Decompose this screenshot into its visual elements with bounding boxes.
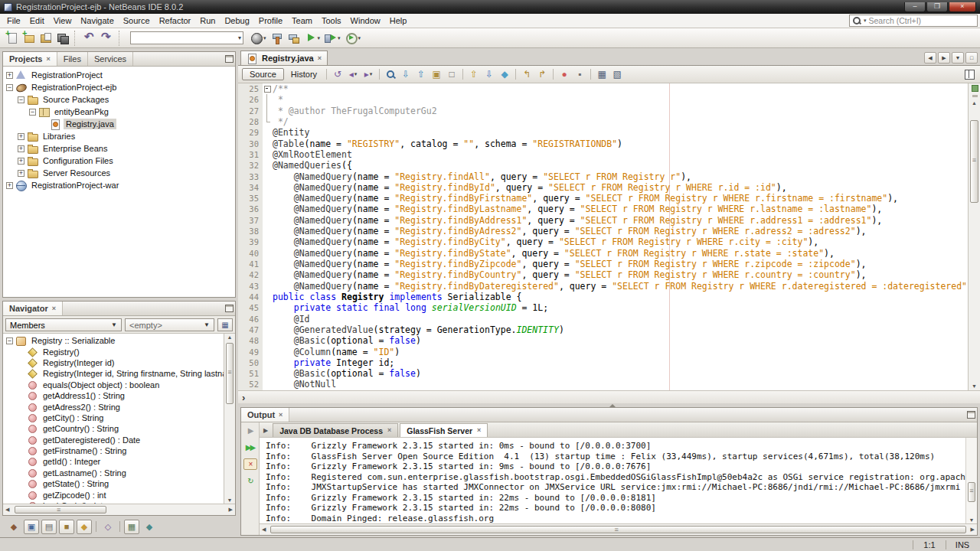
scroll-right-icon[interactable]: ▶ <box>227 504 235 515</box>
expander-icon[interactable]: + <box>18 170 24 177</box>
line-number[interactable]: 37 <box>238 215 263 226</box>
back-icon[interactable]: ◂▾ <box>346 68 360 81</box>
code-line[interactable]: 28 */ <box>238 116 968 127</box>
history-view-button[interactable]: History <box>286 69 322 80</box>
menu-refactor[interactable]: Refactor <box>155 15 196 27</box>
expander-icon[interactable]: + <box>18 158 24 165</box>
minimize-panel-button[interactable] <box>965 408 977 422</box>
expander-icon[interactable]: + <box>18 133 24 140</box>
minimize-panel-button[interactable] <box>223 52 235 66</box>
find-selection-icon[interactable] <box>384 68 397 81</box>
line-number[interactable]: 44 <box>238 292 263 302</box>
document-list-button[interactable]: ▼ <box>952 52 964 64</box>
code-line[interactable]: 29@Entity <box>238 127 968 138</box>
scrollbar-thumb[interactable] <box>968 482 975 502</box>
line-number[interactable]: 28 <box>238 116 263 127</box>
tree-item-getcountry-string[interactable]: getCountry() : String <box>3 423 224 434</box>
menu-view[interactable]: View <box>49 15 77 27</box>
tree-item-registry-[interactable]: Registry() <box>3 346 224 357</box>
code-line[interactable]: 51 @Basic(optional = false) <box>238 368 968 379</box>
new-project-button[interactable] <box>21 30 37 47</box>
line-number[interactable]: 41 <box>238 259 263 269</box>
code-line[interactable]: 31@XmlRootElement <box>238 149 968 160</box>
line-number[interactable]: 45 <box>238 302 263 313</box>
clean-and-build-button[interactable] <box>286 30 302 47</box>
tree-item-registry-serializable[interactable]: −Registry :: Serializable <box>3 335 224 346</box>
line-number[interactable]: 34 <box>238 182 263 193</box>
sort-table-icon[interactable]: ▦ <box>217 318 233 331</box>
expander-icon[interactable]: + <box>6 182 13 189</box>
expand-all-button[interactable]: ◆ <box>142 520 157 534</box>
tree-item-configuration-files[interactable]: +Configuration Files <box>3 155 235 167</box>
line-number[interactable]: 26 <box>238 94 263 105</box>
code-line[interactable]: 33 @NamedQuery(name = "Registry.findAll"… <box>238 171 968 182</box>
scrollbar-thumb[interactable] <box>226 343 234 404</box>
toggle-rectangular-selection-icon[interactable]: □ <box>445 68 459 81</box>
maximize-window-button[interactable]: □ <box>965 52 978 64</box>
output-horizontal-scrollbar[interactable]: ◀ ▶ <box>260 523 977 535</box>
toggle-bookmark-icon[interactable]: ◆ <box>498 68 511 81</box>
line-number[interactable]: 47 <box>238 324 263 335</box>
menu-tools[interactable]: Tools <box>317 15 346 27</box>
build-project-button[interactable] <box>269 30 285 47</box>
line-number[interactable]: 48 <box>238 335 263 346</box>
code-line[interactable]: 52 @NotNull <box>238 379 968 390</box>
debug-project-button[interactable]: ▾ <box>322 30 342 47</box>
show-constructors-filter[interactable]: ■ <box>59 520 74 534</box>
close-icon[interactable]: × <box>52 305 56 312</box>
tree-item-getid-integer[interactable]: getId() : Integer <box>3 456 224 467</box>
source-view-button[interactable]: Source <box>242 68 284 80</box>
line-number[interactable]: 49 <box>238 347 263 357</box>
tree-item-getadress2-string[interactable]: getAdress2() : String <box>3 401 224 412</box>
deploy-button[interactable]: ▾ <box>248 30 268 47</box>
refresh-icon[interactable]: ↻ <box>243 475 257 487</box>
line-number[interactable]: 27 <box>238 106 263 116</box>
sort-by-name-button[interactable]: ◇ <box>100 520 116 534</box>
next-bookmark-icon[interactable]: ⇩ <box>482 68 496 81</box>
show-public-members-filter[interactable]: ◆ <box>77 520 92 534</box>
code-line[interactable]: 45 private static final long serialVersi… <box>238 302 968 313</box>
find-previous-occurrence-icon[interactable]: ⇧ <box>414 68 428 81</box>
shift-line-right-icon[interactable]: ↱ <box>535 68 549 81</box>
code-line[interactable]: 43 @NamedQuery(name = "Registry.findByDa… <box>238 281 968 292</box>
code-line[interactable]: 26 * <box>238 94 968 105</box>
close-icon[interactable]: × <box>46 56 50 63</box>
tree-item-registry-integer-id-[interactable]: Registry(Integer id) <box>3 357 224 368</box>
code-line[interactable]: 50 private Integer id; <box>238 357 968 368</box>
code-line[interactable]: 37 @NamedQuery(name = "Registry.findByAd… <box>238 215 968 226</box>
close-icon[interactable]: × <box>318 55 322 62</box>
line-number[interactable]: 32 <box>238 160 263 171</box>
tree-item-libraries[interactable]: +Libraries <box>3 130 235 142</box>
restore-button[interactable]: ❐ <box>926 2 948 12</box>
tab-output[interactable]: Output × <box>241 408 289 422</box>
tree-item-registrationproject-ejb[interactable]: −RegistrationProject-ejb <box>3 81 235 93</box>
breadcrumb[interactable]: › <box>238 390 980 403</box>
tree-item-enterprise-beans[interactable]: +Enterprise Beans <box>3 142 235 155</box>
menu-file[interactable]: File <box>2 15 25 27</box>
line-number[interactable]: 35 <box>238 193 263 204</box>
scroll-tabs-icon[interactable]: ▶ <box>262 427 271 437</box>
code-line[interactable]: 46 @Id <box>238 314 968 324</box>
minimize-button[interactable]: – <box>904 2 926 12</box>
tree-item-registrationproject[interactable]: +RegistrationProject <box>3 69 235 81</box>
tab-projects[interactable]: Projects× <box>3 52 57 66</box>
tree-item-server-resources[interactable]: +Server Resources <box>3 167 235 179</box>
line-number[interactable]: 50 <box>238 357 263 368</box>
line-number[interactable]: 46 <box>238 314 263 324</box>
save-all-button[interactable] <box>54 30 70 47</box>
redo-button[interactable] <box>99 30 115 47</box>
stop-macro-recording-icon[interactable]: ● <box>557 68 571 81</box>
tree-item-registry-integer-id-string-firstname-str[interactable]: Registry(Integer id, String firstname, S… <box>3 368 224 379</box>
output-log[interactable]: Info: Grizzly Framework 2.3.15 started i… <box>260 438 965 523</box>
show-inherited-members-filter[interactable]: ◆ <box>6 520 21 534</box>
code-line[interactable]: 39 @NamedQuery(name = "Registry.findByCi… <box>238 236 968 247</box>
code-line[interactable]: 27 * @author TheFrugalComputerGu2 <box>238 106 968 116</box>
expander-icon[interactable]: − <box>6 84 13 91</box>
uncomment-icon[interactable]: ▧ <box>610 68 624 81</box>
previous-bookmark-icon[interactable]: ⇧ <box>467 68 481 81</box>
tree-item-getfirstname-string[interactable]: getFirstname() : String <box>3 445 224 456</box>
tree-item-entitybeanpkg[interactable]: −entityBeanPkg <box>3 106 235 118</box>
tree-item-getdateregistered-date[interactable]: getDateregistered() : Date <box>3 435 224 445</box>
menu-run[interactable]: Run <box>195 15 220 27</box>
code-line[interactable]: 35 @NamedQuery(name = "Registry.findByFi… <box>238 193 968 204</box>
